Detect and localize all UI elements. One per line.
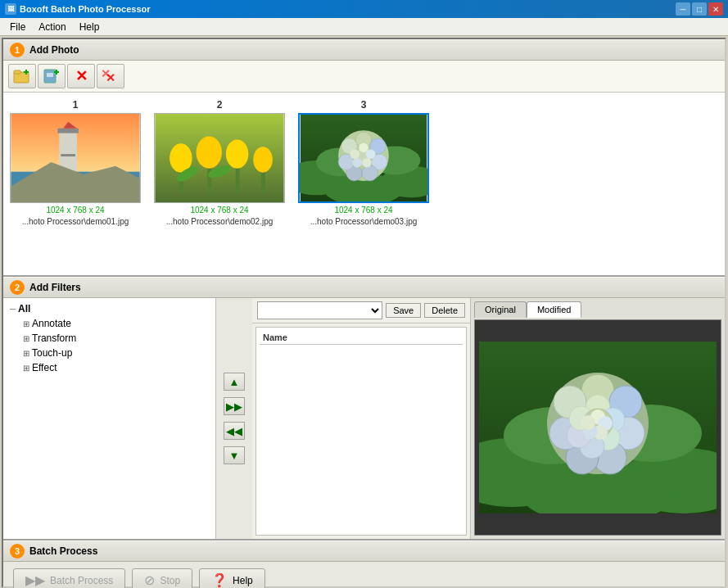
photo-num: 3 — [361, 99, 367, 111]
photo-num: 1 — [73, 99, 79, 111]
maximize-button[interactable]: □ — [692, 2, 707, 16]
window-title: Boxoft Batch Photo Processor — [20, 4, 151, 14]
photo-frame — [154, 113, 285, 203]
minimize-button[interactable]: ─ — [676, 2, 690, 16]
add-filters-header: 2 Add Filters — [3, 277, 725, 298]
add-photo-header: 1 Add Photo — [3, 39, 725, 61]
tree-all[interactable]: ─ All — [7, 301, 212, 316]
section-num-2: 2 — [10, 280, 25, 295]
photo-item[interactable]: 2 — [154, 99, 285, 226]
remove-selected-button[interactable]: ✕ — [67, 64, 95, 88]
tree-effect-label: Effect — [32, 362, 57, 373]
menu-bar: File Action Help — [0, 18, 728, 36]
filter-toolbar: Save Delete — [252, 298, 470, 323]
add-filters-title: Add Filters — [29, 282, 81, 293]
help-button[interactable]: ❓ Help — [199, 568, 265, 588]
svg-point-42 — [366, 149, 376, 159]
filter-tree: ─ All ⊞ Annotate ⊞ Transform ⊞ Touch-up — [3, 298, 216, 539]
photo-frame — [298, 113, 429, 203]
tab-modified[interactable]: Modified — [527, 301, 582, 318]
photo-num: 2 — [217, 99, 223, 111]
batch-process-icon: ▶▶ — [25, 572, 45, 588]
photo-path: ...hoto Processor\demo02.jpg — [166, 217, 274, 226]
svg-point-41 — [359, 143, 369, 153]
photo-item[interactable]: 3 — [298, 99, 429, 226]
arrow-back-button[interactable]: ◀◀ — [224, 422, 245, 440]
batch-process-label: Batch Process — [50, 575, 113, 586]
arrow-up-button[interactable]: ▲ — [224, 373, 245, 391]
svg-rect-5 — [47, 73, 53, 77]
help-icon: ❓ — [211, 572, 228, 588]
filter-list: Name — [255, 327, 467, 536]
tree-annotate-label: Annotate — [32, 318, 71, 329]
tree-children: ⊞ Annotate ⊞ Transform ⊞ Touch-up ⊞ Effe… — [7, 316, 212, 375]
main-window: 1 Add Photo ✕ — [2, 38, 726, 588]
remove-all-button[interactable]: ✕ ✕ — [97, 64, 124, 88]
svg-rect-13 — [61, 154, 75, 156]
stop-icon: ⊘ — [144, 572, 155, 588]
svg-point-43 — [362, 158, 372, 168]
batch-process-button[interactable]: ▶▶ Batch Process — [13, 568, 125, 588]
tab-original[interactable]: Original — [474, 301, 527, 318]
section-num-1: 1 — [10, 43, 25, 57]
svg-point-44 — [353, 158, 363, 168]
batch-section: 3 Batch Process ▶▶ Batch Process ⊘ Stop … — [3, 539, 725, 586]
preview-tabs: Original Modified — [471, 298, 725, 318]
svg-rect-1 — [14, 70, 20, 74]
close-button[interactable]: ✕ — [708, 2, 723, 16]
tree-touchup[interactable]: ⊞ Touch-up — [20, 346, 212, 360]
add-file-button[interactable] — [38, 64, 66, 88]
filter-arrows: ▲ ▶▶ ◀◀ ▼ — [216, 298, 252, 539]
photo-toolbar: ✕ ✕ ✕ — [3, 61, 725, 93]
app-icon: 🖼 — [5, 3, 16, 15]
section-num-3: 3 — [10, 544, 25, 559]
expand-icon: ⊞ — [23, 319, 29, 328]
preview-image — [474, 319, 721, 536]
title-controls: ─ □ ✕ — [676, 2, 723, 16]
expand-icon: ⊞ — [23, 334, 29, 343]
tree-transform[interactable]: ⊞ Transform — [20, 331, 212, 346]
stop-label: Stop — [160, 575, 180, 586]
filters-content: ─ All ⊞ Annotate ⊞ Transform ⊞ Touch-up — [3, 298, 725, 539]
photo-path: ...hoto Processor\demo01.jpg — [22, 217, 129, 226]
expand-icon: ⊞ — [23, 349, 29, 358]
filter-dropdown[interactable] — [257, 301, 382, 319]
batch-process-header: 3 Batch Process — [3, 541, 725, 562]
tree-touchup-label: Touch-up — [32, 347, 72, 359]
filter-list-header: Name — [260, 331, 463, 345]
svg-point-71 — [581, 415, 595, 430]
photo-item[interactable]: 1 — [10, 99, 141, 226]
tree-annotate[interactable]: ⊞ Annotate — [20, 316, 212, 331]
photo-grid: 1 — [3, 93, 725, 275]
title-bar: 🖼 Boxoft Batch Photo Processor ─ □ ✕ — [0, 0, 728, 18]
batch-buttons: ▶▶ Batch Process ⊘ Stop ❓ Help — [3, 562, 725, 588]
svg-point-19 — [197, 136, 222, 168]
svg-point-45 — [350, 149, 360, 159]
svg-point-36 — [362, 165, 378, 181]
svg-point-21 — [226, 139, 248, 168]
stop-button[interactable]: ⊘ Stop — [132, 568, 192, 588]
delete-filter-button[interactable]: Delete — [424, 303, 465, 318]
add-photo-title: Add Photo — [29, 44, 79, 56]
add-folder-button[interactable] — [8, 64, 36, 88]
preview-panel: Original Modified — [471, 298, 725, 539]
photo-info: 1024 x 768 x 24 — [46, 206, 104, 215]
arrow-down-button[interactable]: ▼ — [224, 446, 245, 464]
menu-action[interactable]: Action — [32, 20, 72, 34]
menu-help[interactable]: Help — [73, 20, 106, 34]
tree-all-label: All — [18, 303, 30, 314]
photo-info: 1024 x 768 x 24 — [334, 206, 392, 215]
help-label: Help — [233, 575, 253, 586]
menu-file[interactable]: File — [3, 20, 32, 34]
svg-rect-11 — [57, 129, 79, 133]
svg-point-23 — [253, 147, 273, 172]
photo-path: ...hoto Processor\demo03.jpg — [310, 217, 418, 226]
filters-section: 2 Add Filters ─ All ⊞ Annotate ⊞ Transfo… — [3, 277, 725, 539]
tree-transform-label: Transform — [32, 332, 76, 344]
filter-main: Save Delete Name — [252, 298, 471, 539]
save-filter-button[interactable]: Save — [386, 303, 421, 318]
arrow-forward-button[interactable]: ▶▶ — [224, 397, 245, 415]
tree-effect[interactable]: ⊞ Effect — [20, 360, 212, 375]
photo-section: 1 Add Photo ✕ — [3, 39, 725, 277]
photo-info: 1024 x 768 x 24 — [190, 206, 248, 215]
